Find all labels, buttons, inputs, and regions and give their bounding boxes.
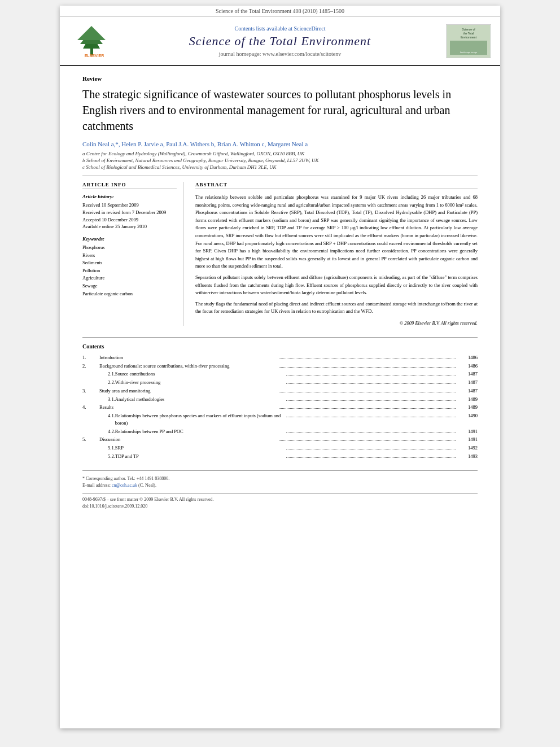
- abstract-col: Abstract The relationship between solubl…: [195, 182, 478, 326]
- abstract-para-2: Separation of pollutant inputs solely be…: [195, 274, 478, 297]
- sciencedirect-text: Contents lists available at ScienceDirec…: [234, 25, 325, 32]
- contents-heading: Contents: [82, 343, 478, 350]
- toc-dots: [286, 400, 456, 401]
- journal-logo-right: Science of the Total Environment landsca…: [435, 24, 491, 58]
- journal-title: Science of the Total Environment: [125, 34, 435, 49]
- journal-homepage: journal homepage: www.elsevier.com/locat…: [125, 51, 435, 57]
- toc-item: 4.1. Relationships between phosphorus sp…: [82, 412, 478, 427]
- journal-header-center: Contents lists available at ScienceDirec…: [125, 25, 435, 57]
- journal-logo-small-icon: Science of the Total Environment landsca…: [446, 24, 491, 58]
- abstract-para-1: The relationship between soluble and par…: [195, 194, 478, 270]
- toc-item: 5. Discussion 1491: [82, 436, 478, 443]
- footer-doi: doi:10.1016/j.scitotenv.2009.12.020: [82, 503, 478, 510]
- toc-label: Relationships between phosphorus species…: [115, 412, 285, 427]
- toc-number: 3.1.: [82, 396, 115, 403]
- sciencedirect-link[interactable]: Contents lists available at ScienceDirec…: [125, 25, 435, 32]
- toc-page: 1491: [458, 428, 478, 435]
- footer-issn: 0048-9697/$ – see front matter © 2009 El…: [82, 496, 478, 503]
- toc-item: 3. Study area and monitoring 1487: [82, 387, 478, 395]
- abstract-heading: Abstract: [195, 182, 478, 189]
- toc-label: Discussion: [99, 436, 277, 443]
- toc-label: Study area and monitoring: [99, 387, 277, 395]
- divider: [82, 176, 478, 176]
- toc-number: 1.: [82, 354, 99, 361]
- toc-dots: [286, 457, 456, 458]
- toc-dots: [286, 375, 456, 375]
- toc-label: Source contributions: [115, 370, 285, 378]
- toc-dots: [279, 440, 456, 441]
- journal-cover-icon: Science of the Total Environment landsca…: [447, 25, 490, 58]
- toc-label: Analytical methodologies: [115, 396, 285, 403]
- affil-c: c School of Biological and Biomedical Sc…: [82, 164, 478, 170]
- article-info-col: Article Info Article history: Received 1…: [82, 182, 184, 326]
- elsevier-logo-area: ELSEVIER: [69, 21, 125, 60]
- toc-dots: [279, 408, 456, 409]
- toc-dots: [279, 392, 456, 392]
- article-history-label: Article history:: [82, 194, 177, 199]
- affiliations: a Centre for Ecology and Hydrology (Wall…: [82, 151, 478, 170]
- toc-item: 3.1. Analytical methodologies 1489: [82, 396, 478, 403]
- keywords-label: Keywords:: [82, 236, 177, 242]
- toc-item: 5.1. SRP 1492: [82, 444, 478, 452]
- copyright-text: © 2009 Elsevier B.V. All rights reserved…: [195, 320, 478, 326]
- article-history: Received 10 September 2009 Received in r…: [82, 202, 177, 230]
- journal-citation: Science of the Total Environment 408 (20…: [216, 8, 344, 14]
- toc-label: SRP: [115, 444, 285, 452]
- toc-dots: [286, 417, 456, 417]
- toc-label: Relationships between PP and POC: [115, 428, 285, 435]
- keywords-list: Phosphorus Rivers Sediments Pollution Ag…: [82, 244, 177, 298]
- svg-text:landscape image: landscape image: [460, 51, 478, 54]
- two-col-layout: Article Info Article history: Received 1…: [82, 182, 478, 326]
- svg-text:Environment: Environment: [461, 36, 477, 39]
- toc-number: 2.2.: [82, 379, 115, 386]
- svg-text:Science of: Science of: [462, 28, 475, 31]
- toc-label: Within-river processing: [115, 379, 285, 386]
- toc-label: TDP and TP: [115, 453, 285, 460]
- footer-email-link[interactable]: cn@ceh.ac.uk: [112, 483, 137, 488]
- toc-item: 1. Introduction 1486: [82, 354, 478, 361]
- toc-number: 4.2.: [82, 428, 115, 435]
- toc-dots: [286, 433, 456, 433]
- toc-dots: [286, 383, 456, 384]
- toc-number: 4.: [82, 404, 99, 411]
- footer-corresponding: * Corresponding author. Tel.: +44 1491 8…: [82, 475, 478, 482]
- toc-item: 2. Background rationale: source contribu…: [82, 362, 478, 370]
- toc-page: 1491: [458, 436, 478, 443]
- top-bar: Science of the Total Environment 408 (20…: [60, 6, 500, 17]
- toc-number: 2.1.: [82, 370, 115, 378]
- toc-page: 1493: [458, 453, 478, 460]
- toc-page: 1487: [458, 379, 478, 386]
- contents-section: Contents 1. Introduction 1486 2. Backgro…: [82, 337, 478, 460]
- toc-number: 2.: [82, 362, 99, 370]
- affil-b: b School of Environment, Natural Resourc…: [82, 158, 478, 163]
- toc-label: Background rationale: source contributio…: [99, 362, 277, 370]
- footer-email: E-mail address: cn@ceh.ac.uk (C. Neal).: [82, 482, 478, 489]
- elsevier-logo-icon: ELSEVIER: [69, 21, 120, 58]
- toc-number: 5.: [82, 436, 99, 443]
- svg-text:the Total: the Total: [463, 32, 474, 35]
- toc-item: 2.2. Within-river processing 1487: [82, 379, 478, 386]
- toc-page: 1489: [458, 396, 478, 403]
- toc-item: 4. Results 1489: [82, 404, 478, 411]
- toc-dots: [286, 449, 456, 449]
- toc-page: 1489: [458, 404, 478, 411]
- toc-item: 4.2. Relationships between PP and POC 14…: [82, 428, 478, 435]
- page: Science of the Total Environment 408 (20…: [60, 6, 500, 728]
- toc-number: 4.1.: [82, 412, 115, 420]
- authors-line: Colin Neal a,*, Helen P. Jarvie a, Paul …: [82, 141, 478, 147]
- toc-item: 2.1. Source contributions 1487: [82, 370, 478, 378]
- toc-page: 1486: [458, 354, 478, 361]
- article-info-heading: Article Info: [82, 182, 177, 189]
- article-content: Review The strategic significance of was…: [60, 66, 500, 470]
- abstract-para-3: The study flags the fundamental need of …: [195, 300, 478, 316]
- affil-a: a Centre for Ecology and Hydrology (Wall…: [82, 151, 478, 156]
- toc-dots: [279, 367, 456, 368]
- article-title: The strategic significance of wastewater…: [82, 86, 478, 134]
- footer-section: * Corresponding author. Tel.: +44 1491 8…: [82, 470, 478, 514]
- toc-label: Results: [99, 404, 277, 411]
- toc-page: 1486: [458, 362, 478, 370]
- toc-item: 5.2. TDP and TP 1493: [82, 453, 478, 460]
- toc-page: 1492: [458, 444, 478, 452]
- toc-number: 3.: [82, 387, 99, 395]
- toc-container: 1. Introduction 1486 2. Background ratio…: [82, 354, 478, 460]
